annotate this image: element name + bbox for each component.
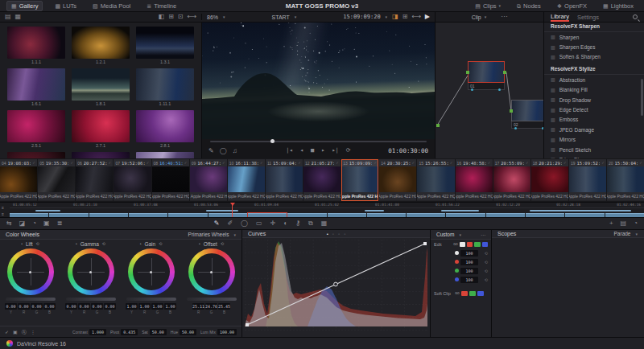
viewer-top-icon-3[interactable]: ▶ — [425, 14, 430, 20]
viewer-tool-2[interactable]: ♫ — [233, 148, 237, 154]
timeline-clip-07[interactable]: 0719:52:06:21✓Apple ProRes 422 HQ — [114, 159, 151, 201]
timeline-clip-08[interactable]: 0816:40:51:12✓Apple ProRes 422 HQ — [152, 159, 189, 201]
play-button[interactable]: ▸ — [321, 148, 324, 154]
reset-icon[interactable]: ⟲ — [102, 242, 105, 246]
soft-clip-chip[interactable] — [477, 291, 484, 296]
gallery-still[interactable]: 3.6.1 — [135, 152, 195, 158]
pc-tool-icon-7[interactable]: ⧉ — [308, 220, 313, 227]
gallery-view-icon-2[interactable]: ⊡ — [178, 14, 184, 20]
pc-tool-icon-2[interactable]: ◯ — [241, 220, 248, 227]
topbar-button-openfx[interactable]: ❖OpenFX — [553, 2, 591, 10]
library-item[interactable]: ▥Drop Shadow — [544, 95, 644, 105]
reset-icon[interactable]: • — [76, 242, 77, 246]
wheel-center-dot[interactable] — [89, 271, 92, 273]
curves-mode-icon-0[interactable]: • — [327, 232, 328, 236]
search-icon[interactable] — [633, 14, 638, 19]
reset-icon[interactable]: • — [140, 242, 142, 246]
gallery-still[interactable]: 2.5.1 — [6, 110, 66, 150]
library-scrollbar[interactable] — [641, 79, 643, 116]
viewer-zoom-select[interactable]: 86% — [207, 14, 218, 20]
wheel-center-dot[interactable] — [210, 271, 213, 273]
gallery-still[interactable]: 1.1.1 — [6, 27, 66, 67]
gallery-still[interactable]: 3.2.1 — [6, 152, 66, 158]
channel-value[interactable]: 100 — [460, 259, 478, 265]
loop-button[interactable]: ⟳ — [346, 148, 351, 154]
reset-icon[interactable]: ⟲ — [485, 251, 488, 256]
gallery-still[interactable]: 3.4.1 — [71, 152, 130, 158]
topbar-button-timeline[interactable]: ≣Timeline — [142, 2, 180, 10]
reset-icon[interactable]: ⟲ — [36, 242, 39, 246]
channel-chip[interactable] — [482, 242, 488, 247]
gallery-still[interactable]: 1.3.1 — [135, 27, 195, 67]
reset-icon[interactable]: ⟲ — [485, 277, 488, 282]
tab-library[interactable]: Library — [551, 12, 569, 22]
library-item[interactable]: ▥Abstraction — [544, 75, 644, 84]
soft-clip-chip[interactable] — [469, 291, 476, 296]
footer-icon-1[interactable]: ▣ — [13, 330, 18, 335]
color-wheel[interactable] — [68, 248, 114, 295]
pc-tool-icon-8[interactable]: ▦ — [321, 220, 328, 227]
wheel-center-dot[interactable] — [150, 271, 152, 273]
waveform-parade[interactable] — [492, 238, 644, 337]
gallery-still[interactable]: 1.6.1 — [6, 68, 66, 109]
timeline-clip-17[interactable]: 1720:55:09:22✓Apple ProRes 422 HQ — [493, 159, 530, 201]
color-wheel[interactable] — [128, 248, 175, 295]
color-wheel[interactable] — [188, 248, 235, 295]
timeline-clip-09[interactable]: 0916:44:27:17✓✓Apple ProRes 422 HQ — [190, 159, 227, 201]
library-item[interactable]: ▥Soften & Sharpen — [544, 52, 644, 62]
timeline-playhead[interactable] — [232, 203, 233, 217]
step-back-button[interactable]: ◂ — [300, 148, 303, 154]
pl-tool-icon-1[interactable]: ◪ — [19, 220, 26, 227]
library-item[interactable]: ▥Mirrors — [544, 135, 644, 145]
footer-icon-2[interactable]: Ⓐ — [22, 330, 27, 335]
adjust-value[interactable]: 0.435 — [121, 329, 138, 335]
gallery-view-icon-0[interactable]: ◧ — [159, 14, 165, 20]
viewer-top-icon-0[interactable]: ◨ — [392, 14, 398, 20]
more-icon[interactable]: ⋯ — [501, 14, 507, 20]
timeline-clip-15[interactable]: 1515:26:55:11✓Apple ProRes 422 HQ — [417, 159, 454, 201]
stop-button[interactable]: ■ — [311, 148, 314, 154]
pr-tool-icon-0[interactable]: + — [609, 220, 613, 227]
playhead-dot[interactable] — [270, 139, 275, 143]
color-wheel[interactable] — [7, 248, 54, 295]
viewer-tool-0[interactable]: ✎ — [208, 148, 214, 154]
node-source-select[interactable]: Clip — [472, 14, 481, 20]
pc-tool-icon-1[interactable]: ✐ — [227, 220, 233, 227]
pr-tool-icon-2[interactable]: ◔ — [634, 220, 638, 227]
gallery-still[interactable]: 1.11.1 — [135, 68, 195, 109]
reset-icon[interactable]: ⟲ — [485, 260, 488, 265]
master-wheel-slider[interactable] — [126, 298, 176, 301]
timeline-clip-16[interactable]: 1619:48:58:01✓Apple ProRes 422 HQ — [456, 159, 493, 201]
gallery-still[interactable]: 2.8.1 — [135, 110, 195, 150]
reset-icon[interactable]: • — [199, 242, 200, 246]
adjust-value[interactable]: 50.00 — [150, 329, 167, 335]
gallery-tool-icon-0[interactable]: ▤ — [5, 14, 11, 20]
channel-chip[interactable] — [474, 242, 480, 247]
wheel-center-dot[interactable] — [29, 271, 31, 273]
channel-chip[interactable] — [467, 242, 473, 247]
footer-icon-0[interactable]: ✓ — [5, 330, 9, 335]
timeline-clip-14[interactable]: 1420:30:25:16✓Apple ProRes 422 HQ — [379, 159, 416, 201]
gallery-view-icon-3[interactable]: ⟷ — [188, 14, 196, 20]
topbar-button-nodes[interactable]: ⧉Nodes — [513, 2, 545, 10]
timeline-clip-13[interactable]: 1315:09:09:12✓Apple ProRes 422 HQ — [341, 159, 378, 201]
pc-tool-icon-5[interactable]: ◐ — [283, 220, 287, 227]
gallery-still[interactable]: 2.7.1 — [71, 110, 130, 150]
reset-icon[interactable]: ⟲ — [221, 242, 224, 246]
first-frame-button[interactable]: |◂ — [286, 148, 292, 154]
topbar-button-clips[interactable]: ▤Clips▾ — [471, 2, 505, 10]
reset-icon[interactable]: • — [21, 242, 23, 246]
library-item[interactable]: ▥Blanking Fill — [544, 85, 644, 95]
scope-mode-select[interactable]: Parade — [614, 231, 631, 236]
curves-mode-icon-3[interactable]: ◦ — [344, 232, 345, 236]
gallery-view-icon-1[interactable]: ⊞ — [168, 14, 174, 20]
wheels-mode-select[interactable]: Primaries Wheels — [188, 232, 229, 237]
more-icon[interactable]: ⋯ — [481, 232, 485, 237]
node-01[interactable]: 01 — [468, 61, 505, 90]
pc-tool-icon-4[interactable]: ✛ — [270, 220, 276, 227]
channel-value[interactable]: 100 — [460, 268, 478, 274]
viewer-top-icon-2[interactable]: ⟷ — [411, 14, 420, 20]
gallery-tool-icon-1[interactable]: ▦ — [15, 14, 22, 20]
timeline-clip-05[interactable]: 0519:35:30:08✓Apple ProRes 422 HQ — [38, 159, 75, 201]
curves-mode-icon-1[interactable]: ◦ — [332, 232, 334, 236]
